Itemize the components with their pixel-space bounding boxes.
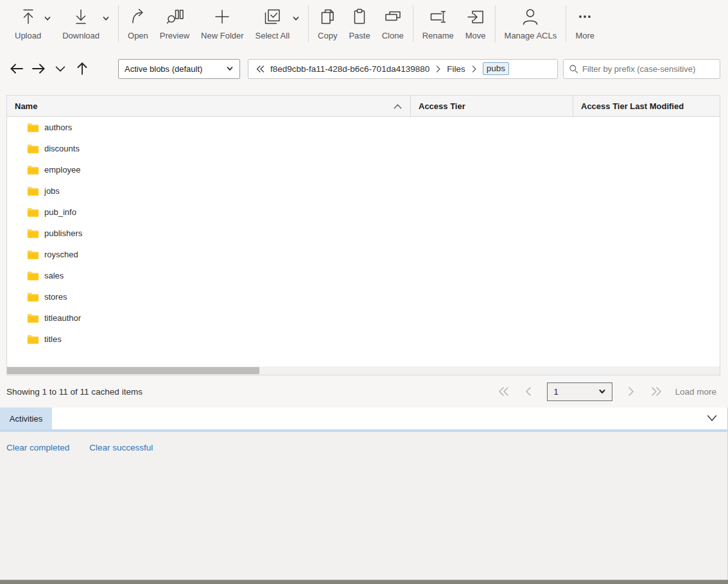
load-more-button[interactable]: Load more: [675, 387, 716, 397]
items-summary: Showing 1 to 11 of 11 cached items: [6, 387, 143, 397]
column-header-name[interactable]: Name: [7, 96, 410, 116]
window-bottom-edge: [0, 580, 728, 584]
table-row[interactable]: sales: [7, 265, 720, 286]
back-button[interactable]: [8, 60, 26, 78]
chevron-down-icon: [226, 65, 234, 72]
select-all-label: Select All: [256, 31, 290, 40]
folder-icon: [27, 186, 39, 196]
activities-panel: Clear completed Clear successful: [0, 432, 728, 580]
folder-name: titleauthor: [44, 313, 81, 323]
table-row[interactable]: publishers: [7, 223, 720, 244]
table-header: Name Access Tier Access Tier Last Modifi…: [7, 96, 720, 117]
table-row[interactable]: employee: [7, 159, 720, 180]
forward-button[interactable]: [30, 60, 48, 78]
select-all-dropdown-caret[interactable]: [293, 16, 299, 21]
horizontal-scrollbar[interactable]: [7, 366, 720, 375]
folder-icon: [27, 271, 39, 281]
upload-label: Upload: [15, 31, 41, 40]
toolbar-separator: [495, 5, 496, 42]
page-number-selector[interactable]: 1: [547, 382, 612, 401]
column-header-access-tier-last-modified[interactable]: Access Tier Last Modified: [573, 96, 720, 116]
previous-page-button[interactable]: [522, 385, 535, 398]
rename-button[interactable]: Rename: [417, 3, 460, 44]
chevron-right-icon: [471, 64, 478, 74]
upload-button[interactable]: Upload: [9, 3, 56, 44]
move-label: Move: [465, 31, 486, 40]
more-label: More: [575, 31, 594, 40]
table-row[interactable]: stores: [7, 286, 720, 307]
open-button[interactable]: Open: [122, 3, 154, 44]
paste-button[interactable]: Paste: [343, 3, 376, 44]
folder-name: authors: [44, 123, 72, 132]
sort-ascending-icon: [393, 103, 403, 110]
chevron-down-icon: [598, 388, 606, 395]
move-button[interactable]: Move: [460, 3, 492, 44]
table-body: authors discounts employee jobs: [7, 117, 720, 375]
table-row[interactable]: jobs: [7, 180, 720, 202]
filter-input[interactable]: [582, 64, 715, 74]
table-row[interactable]: titles: [7, 329, 720, 350]
rename-label: Rename: [422, 31, 454, 40]
blob-list: Name Access Tier Access Tier Last Modifi…: [6, 95, 720, 375]
table-row[interactable]: titleauthor: [7, 307, 720, 329]
table-row[interactable]: authors: [7, 117, 720, 138]
up-button[interactable]: [73, 60, 91, 78]
copy-label: Copy: [318, 31, 337, 40]
new-folder-icon: [212, 7, 232, 26]
last-page-button[interactable]: [650, 385, 663, 398]
table-row[interactable]: pub_info: [7, 202, 720, 223]
new-folder-button[interactable]: New Folder: [195, 3, 249, 44]
download-dropdown-caret[interactable]: [103, 16, 109, 21]
breadcrumb-segment-files[interactable]: Files: [447, 64, 465, 74]
folder-name: stores: [44, 292, 67, 302]
move-icon: [466, 7, 485, 26]
folder-icon: [27, 313, 39, 323]
clear-successful-link[interactable]: Clear successful: [89, 443, 153, 452]
folder-name: titles: [44, 334, 62, 344]
clone-button[interactable]: Clone: [376, 3, 410, 44]
column-header-access-tier[interactable]: Access Tier: [410, 96, 573, 116]
filter-box: [563, 59, 720, 79]
horizontal-scrollbar-thumb[interactable]: [7, 367, 259, 374]
breadcrumb-segment-container[interactable]: f8ed9cbb-fa11-428d-b6c6-701da4139880: [270, 64, 429, 74]
activities-tab[interactable]: Activities: [0, 408, 52, 429]
copy-icon: [318, 7, 337, 26]
chevron-right-icon: [435, 64, 442, 74]
breadcrumb-collapse-button[interactable]: [255, 64, 265, 74]
activities-collapse-button[interactable]: [706, 413, 718, 425]
blob-view-selector[interactable]: Active blobs (default): [118, 59, 240, 79]
clone-icon: [383, 7, 403, 26]
blob-view-selector-value: Active blobs (default): [125, 64, 202, 74]
download-icon: [71, 7, 91, 26]
select-all-icon: [263, 7, 282, 26]
select-all-button[interactable]: Select All: [250, 3, 305, 44]
more-button[interactable]: More: [569, 3, 600, 44]
folder-name: roysched: [44, 250, 78, 259]
history-chevron-down-button[interactable]: [51, 60, 69, 78]
folder-icon: [27, 123, 39, 133]
table-row[interactable]: roysched: [7, 244, 720, 265]
next-page-button[interactable]: [625, 385, 637, 398]
upload-dropdown-caret[interactable]: [44, 16, 51, 21]
toolbar-separator: [118, 5, 119, 42]
preview-button[interactable]: Preview: [154, 3, 195, 44]
open-label: Open: [128, 31, 148, 40]
first-page-button[interactable]: [497, 385, 510, 398]
page-number-value: 1: [553, 387, 558, 397]
table-row[interactable]: discounts: [7, 138, 720, 159]
toolbar-separator: [566, 5, 566, 42]
new-folder-label: New Folder: [201, 31, 243, 40]
copy-button[interactable]: Copy: [312, 3, 343, 44]
upload-icon: [19, 7, 38, 26]
rename-icon: [428, 7, 447, 26]
clear-completed-link[interactable]: Clear completed: [6, 443, 69, 452]
clone-label: Clone: [382, 31, 404, 40]
toolbar: Upload Download Open Pre: [0, 0, 728, 47]
folder-name: sales: [44, 271, 64, 280]
breadcrumb-segment-pubs-active[interactable]: pubs: [483, 62, 509, 75]
download-button[interactable]: Download: [56, 3, 115, 44]
breadcrumb: f8ed9cbb-fa11-428d-b6c6-701da4139880 Fil…: [248, 59, 558, 79]
activities-tab-label: Activities: [10, 414, 42, 424]
folder-icon: [27, 144, 39, 154]
manage-acls-button[interactable]: Manage ACLs: [499, 3, 563, 44]
